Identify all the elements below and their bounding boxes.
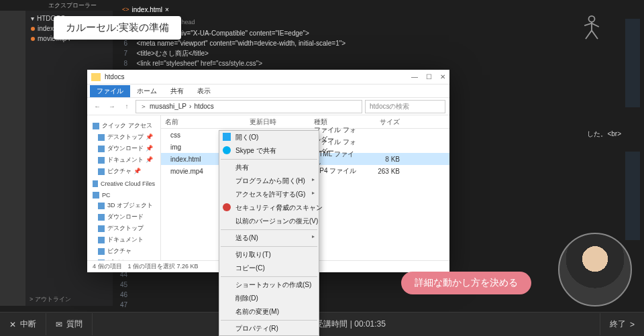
close-icon: ✕	[9, 320, 16, 329]
context-menu-item[interactable]: セキュリティ脅威のスキャン	[219, 201, 319, 215]
nav-item[interactable]: ビデオ	[87, 257, 160, 260]
nav-item[interactable]: ダウンロード 📌	[87, 143, 160, 154]
html-file-icon: <>	[122, 6, 129, 13]
context-menu-item[interactable]: Skype で共有	[219, 144, 319, 158]
explorer-menubar: ファイル ホーム 共有 表示	[87, 85, 449, 98]
end-button[interactable]: 終了 >	[600, 313, 644, 335]
window-title: htdocs	[105, 73, 124, 80]
svg-point-0	[588, 16, 594, 22]
nav-item[interactable]: ピクチャ 📌	[87, 166, 160, 177]
nav-item[interactable]: Creative Cloud Files	[87, 179, 160, 188]
nav-item[interactable]: PC	[87, 190, 160, 200]
context-menu-item[interactable]: 削除(D)	[219, 292, 319, 305]
context-menu-item[interactable]: プロパティ(R)	[219, 322, 319, 335]
context-menu: 開く(O)Skype で共有共有プログラムから開く(H)アクセスを許可する(G)…	[219, 130, 319, 336]
col-size[interactable]: サイズ	[364, 117, 404, 127]
mp4-file-icon	[31, 37, 35, 41]
nav-item[interactable]: ドキュメント	[87, 234, 160, 245]
suspend-button[interactable]: ✕ 中断	[0, 313, 46, 335]
up-button[interactable]: ↑	[121, 101, 133, 113]
minimap[interactable]	[625, 19, 640, 240]
forward-button[interactable]: →	[106, 101, 118, 113]
menu-view[interactable]: 表示	[191, 85, 217, 97]
search-input[interactable]: htdocsの検索	[365, 100, 445, 113]
mail-icon: ✉	[56, 320, 62, 329]
menu-share[interactable]: 共有	[164, 85, 191, 97]
nav-item[interactable]: ドキュメント 📌	[87, 154, 160, 166]
nav-item[interactable]: デスクトップ	[87, 223, 160, 234]
menu-home[interactable]: ホーム	[130, 85, 164, 97]
nav-pane[interactable]: クイック アクセスデスクトップ 📌ダウンロード 📌ドキュメント 📌ピクチャ 📌C…	[87, 115, 161, 260]
minimize-button[interactable]: —	[411, 73, 418, 80]
context-menu-item[interactable]: ショートカットの作成(S)	[219, 278, 319, 292]
explorer-panel-title: エクスプローラー	[48, 1, 97, 10]
chevron-right-icon: >	[630, 320, 635, 329]
lesson-title-badge: カルーセル:実装の準備	[54, 16, 181, 40]
context-menu-item[interactable]: プログラムから開く(H)	[219, 174, 319, 188]
question-button[interactable]: ✉ 質問	[46, 313, 93, 335]
tab-label: index.html	[132, 6, 163, 13]
maximize-button[interactable]: ☐	[426, 73, 432, 80]
context-menu-item[interactable]: 共有	[219, 161, 319, 174]
files-header[interactable]: 名前 更新日時 種類 サイズ	[161, 115, 449, 129]
caption-badge: 詳細な動かし方を決める	[401, 272, 531, 294]
back-button[interactable]: ←	[91, 101, 103, 113]
code-fragment: した。<br>	[587, 129, 621, 139]
player-bottom-bar: ✕ 中断 ✉ 質問 ◉ 受講時間 | 00:01:35 終了 >	[0, 312, 644, 336]
menu-file[interactable]: ファイル	[90, 85, 130, 97]
context-menu-item[interactable]: 開く(O)	[219, 131, 319, 144]
outline-section[interactable]: > アウトライン	[30, 295, 71, 304]
context-menu-item[interactable]: 送る(N)	[219, 231, 319, 245]
nav-item[interactable]: ピクチャ	[87, 245, 160, 257]
context-menu-item[interactable]: コピー(C)	[219, 262, 319, 275]
activity-bar[interactable]	[0, 11, 25, 306]
close-icon[interactable]: ×	[165, 6, 169, 13]
nav-item[interactable]: クイック アクセス	[87, 120, 160, 131]
address-bar[interactable]: ＞ musashi_LP › htdocs	[136, 100, 362, 113]
col-name[interactable]: 名前	[161, 117, 246, 127]
figure-icon	[580, 15, 604, 42]
presenter-avatar	[558, 233, 632, 306]
context-menu-item[interactable]: 名前の変更(M)	[219, 305, 319, 319]
html-file-icon	[31, 27, 35, 31]
time-display: ◉ 受講時間 | 00:01:35	[93, 319, 600, 330]
nav-item[interactable]: 3D オブジェクト	[87, 200, 160, 211]
close-button[interactable]: ✕	[440, 73, 445, 80]
explorer-titlebar[interactable]: htdocs — ☐ ✕	[87, 70, 449, 85]
context-menu-item[interactable]: 以前のバージョンの復元(V)	[219, 215, 319, 228]
nav-item[interactable]: ダウンロード	[87, 211, 160, 223]
nav-item[interactable]: デスクトップ 📌	[87, 131, 160, 143]
folder-icon	[91, 73, 101, 81]
col-date[interactable]: 更新日時	[246, 117, 310, 127]
explorer-pathbar: ← → ↑ ＞ musashi_LP › htdocs htdocsの検索	[87, 98, 449, 115]
context-menu-item[interactable]: 切り取り(T)	[219, 248, 319, 262]
context-menu-item[interactable]: アクセスを許可する(G)	[219, 188, 319, 201]
